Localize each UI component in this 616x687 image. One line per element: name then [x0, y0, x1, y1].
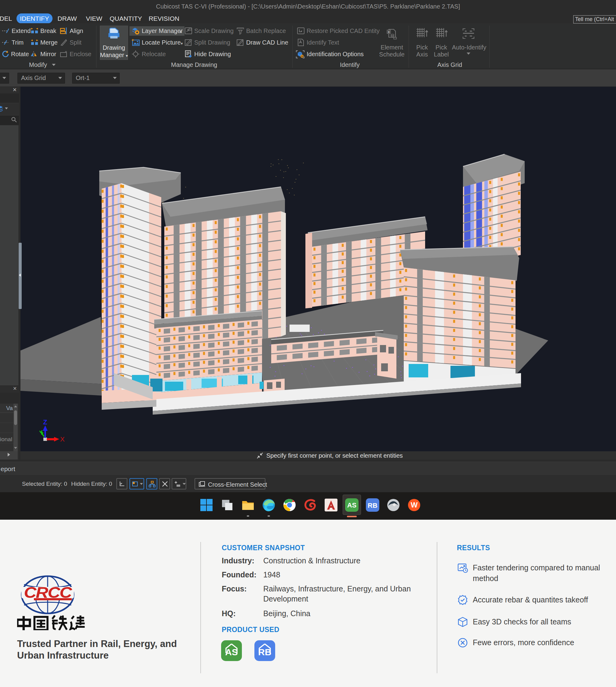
svg-text:Z: Z [43, 418, 47, 426]
svg-text:x: x [388, 30, 390, 34]
svg-text:W: W [411, 501, 418, 509]
svg-text:RB: RB [258, 647, 271, 657]
svg-text:RB: RB [368, 502, 377, 509]
svg-text:AS: AS [347, 501, 357, 509]
svg-text:AS: AS [225, 647, 238, 657]
svg-text:X: X [60, 436, 65, 443]
